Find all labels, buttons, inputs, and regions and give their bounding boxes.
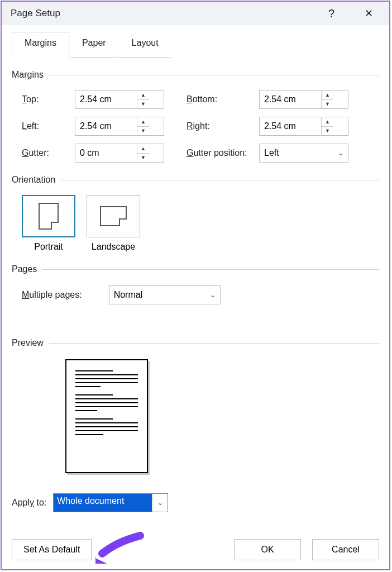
label-multiple-pages: Multiple pages: — [22, 290, 82, 300]
chevron-down-icon[interactable]: ⌄ — [333, 149, 348, 157]
tab-layout[interactable]: Layout — [119, 32, 171, 58]
help-icon[interactable]: ? — [328, 7, 334, 20]
titlebar: Page Setup ? ✕ — [2, 2, 389, 25]
landscape-page-icon — [100, 206, 127, 226]
label-right: Right: — [187, 121, 259, 131]
section-pages: Pages — [12, 264, 379, 274]
spinner-icon[interactable]: ▲▼ — [321, 117, 333, 135]
label-gutter: Gutter: — [22, 148, 75, 158]
section-preview: Preview — [12, 338, 379, 348]
ok-button[interactable]: OK — [234, 539, 301, 560]
tab-paper[interactable]: Paper — [69, 32, 119, 58]
multiple-pages-dropdown[interactable]: Normal⌄ — [109, 285, 221, 304]
preview-area — [65, 359, 379, 473]
section-margins: Margins — [12, 70, 379, 80]
chevron-down-icon[interactable]: ⌄ — [152, 494, 168, 512]
page-setup-dialog: Page Setup ? ✕ Margins Paper Layout Marg… — [1, 1, 390, 570]
label-left: Left: — [22, 121, 75, 131]
orientation-landscape[interactable]: Landscape — [87, 195, 140, 252]
margin-right-input[interactable]: ▲▼ — [259, 117, 348, 136]
margin-top-input[interactable]: ▲▼ — [75, 90, 164, 109]
label-top: Top: — [22, 94, 75, 104]
label-bottom: Bottom: — [187, 94, 259, 104]
margin-bottom-input[interactable]: ▲▼ — [259, 90, 348, 109]
margin-gutter-input[interactable]: ▲▼ — [75, 144, 164, 163]
label-apply-to: Apply to: — [12, 498, 46, 508]
gutter-position-dropdown[interactable]: Left⌄ — [259, 144, 348, 163]
dialog-title: Page Setup — [11, 8, 60, 19]
tab-row: Margins Paper Layout — [12, 32, 379, 58]
margin-left-input[interactable]: ▲▼ — [75, 117, 164, 136]
tab-margins[interactable]: Margins — [12, 32, 69, 58]
spinner-icon[interactable]: ▲▼ — [137, 144, 149, 162]
chevron-down-icon[interactable]: ⌄ — [205, 291, 220, 299]
set-as-default-button[interactable]: Set As Default — [12, 539, 92, 560]
portrait-page-icon — [39, 203, 59, 230]
cancel-button[interactable]: Cancel — [312, 539, 379, 560]
close-icon[interactable]: ✕ — [357, 7, 380, 20]
spinner-icon[interactable]: ▲▼ — [137, 117, 149, 135]
label-gutter-position: Gutter position: — [187, 148, 259, 158]
orientation-portrait[interactable]: Portrait — [22, 195, 75, 252]
spinner-icon[interactable]: ▲▼ — [137, 90, 149, 108]
apply-to-dropdown[interactable]: Whole document ⌄ — [53, 493, 168, 512]
preview-page-icon — [65, 359, 148, 473]
spinner-icon[interactable]: ▲▼ — [321, 90, 333, 108]
section-orientation: Orientation — [12, 175, 379, 185]
